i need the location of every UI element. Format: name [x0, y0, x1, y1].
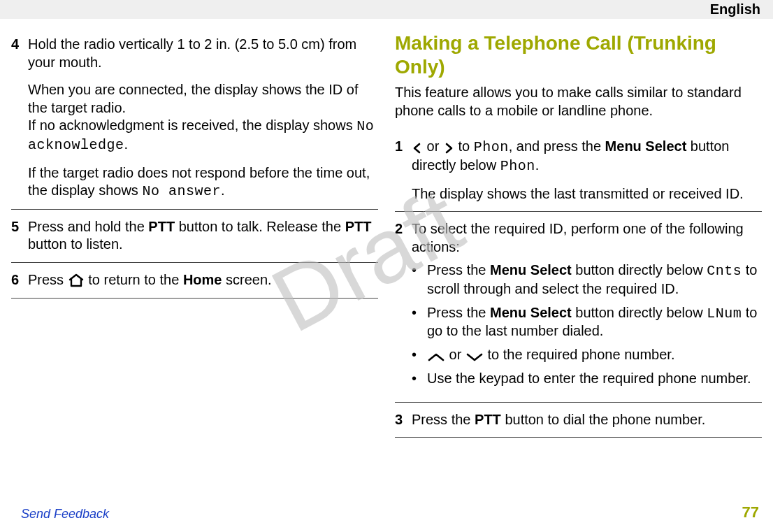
menu-select-label: Menu Select — [490, 262, 572, 278]
left-column: 4 Hold the radio vertically 1 to 2 in. (… — [11, 27, 378, 438]
text: Use the keypad to enter the required pho… — [427, 370, 762, 388]
text: button to talk. Release the — [175, 219, 345, 234]
text: button to dial the phone number. — [501, 412, 705, 427]
section-intro: This feature allows you to make calls si… — [395, 84, 762, 120]
step-body: or to Phon, and press the Menu Select bu… — [412, 138, 762, 203]
text: Press the — [412, 412, 475, 427]
step-number: 6 — [11, 271, 28, 290]
ptt-label: PTT — [345, 219, 372, 234]
step4-p2: When you are connected, the display show… — [28, 81, 378, 154]
text: When you are connected, the display show… — [28, 82, 359, 115]
home-label: Home — [183, 272, 222, 287]
step-number: 1 — [395, 138, 412, 203]
up-chevron-icon — [427, 347, 445, 365]
text: , and press the — [509, 138, 605, 154]
display-text-cnts: Cnts — [707, 263, 742, 279]
display-text-phon: Phon — [500, 158, 535, 174]
footer: Send Feedback 77 — [21, 503, 759, 522]
step4-p1: Hold the radio vertically 1 to 2 in. (2.… — [28, 36, 378, 71]
list-item: Use the keypad to enter the required pho… — [412, 370, 762, 388]
text: or — [445, 347, 465, 362]
text: button to listen. — [28, 236, 123, 252]
text: . — [124, 136, 129, 152]
list-item: Press the Menu Select button directly be… — [412, 261, 762, 298]
r1-p2: The display shows the last transmitted o… — [412, 185, 762, 203]
menu-select-label: Menu Select — [490, 305, 572, 320]
step-body: Press to return to the Home screen. — [28, 271, 378, 290]
step-number: 3 — [395, 411, 412, 429]
header-bar: English — [0, 0, 773, 19]
display-text-lnum: LNum — [707, 305, 742, 322]
step-body: Press and hold the PTT button to talk. R… — [28, 218, 378, 254]
display-text-phon: Phon — [474, 139, 509, 155]
send-feedback-link[interactable]: Send Feedback — [21, 506, 109, 522]
text: Press and hold the — [28, 219, 148, 234]
r-step-3: 3 Press the PTT button to dial the phone… — [395, 403, 762, 438]
text: If no acknowledgment is received, the di… — [28, 117, 356, 133]
left-arrow-icon — [412, 138, 423, 157]
language-label: English — [710, 1, 760, 19]
text: Press the — [427, 305, 490, 320]
text: to — [454, 138, 474, 154]
step-number: 2 — [395, 220, 412, 394]
step-number: 4 — [11, 36, 28, 201]
step-5: 5 Press and hold the PTT button to talk.… — [11, 210, 378, 263]
step-body: Hold the radio vertically 1 to 2 in. (2.… — [28, 36, 378, 201]
r1-l1: or to Phon, and press the Menu Select bu… — [412, 138, 762, 175]
r-step-2: 2 To select the required ID, perform one… — [395, 212, 762, 403]
home-icon — [68, 272, 85, 290]
step-6: 6 Press to return to the Home screen. — [11, 263, 378, 299]
step-number: 5 — [11, 218, 28, 254]
list-item: Press the Menu Select button directly be… — [412, 304, 762, 340]
right-arrow-icon — [443, 138, 454, 157]
r-step-1: 1 or to Phon, and press the Menu Select … — [395, 129, 762, 212]
section-title: Making a Telephone Call (Trunking Only) — [395, 31, 762, 78]
page-number: 77 — [742, 503, 759, 522]
step-body: Press the PTT button to dial the phone n… — [412, 411, 762, 429]
text: . — [221, 182, 225, 198]
right-column: Making a Telephone Call (Trunking Only) … — [395, 27, 762, 438]
text: or — [423, 138, 443, 154]
list-item: or to the required phone number. — [412, 346, 762, 365]
step-4: 4 Hold the radio vertically 1 to 2 in. (… — [11, 27, 378, 210]
text: . — [535, 157, 540, 173]
text: button directly below — [572, 262, 707, 278]
text: Press — [28, 272, 68, 287]
menu-select-label: Menu Select — [605, 138, 687, 154]
page-body: 4 Hold the radio vertically 1 to 2 in. (… — [0, 19, 773, 438]
text: screen. — [222, 272, 271, 287]
ptt-label: PTT — [148, 219, 175, 234]
r2-intro: To select the required ID, perform one o… — [412, 220, 762, 256]
text: button directly below — [572, 305, 707, 320]
text: Press the — [427, 262, 490, 278]
display-text-no-answer: No answer — [142, 183, 221, 199]
r2-bullets: Press the Menu Select button directly be… — [412, 261, 762, 387]
step-body: To select the required ID, perform one o… — [412, 220, 762, 394]
ptt-label: PTT — [475, 412, 501, 427]
down-chevron-icon — [465, 347, 484, 365]
text: to return to the — [85, 272, 183, 287]
step4-p3: If the target radio does not respond bef… — [28, 164, 378, 201]
text: to the required phone number. — [484, 347, 675, 362]
